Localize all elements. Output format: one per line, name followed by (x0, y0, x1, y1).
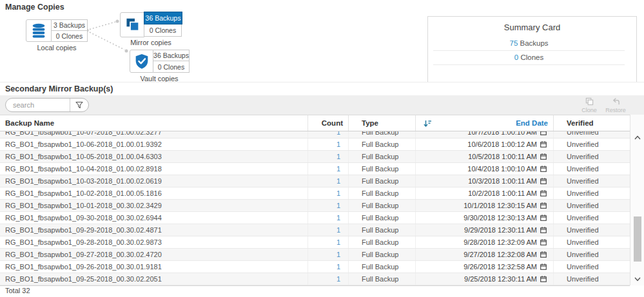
table-row[interactable]: RG_BO1_fbsapwbo1_09-26-2018_00.30.01.918… (0, 261, 630, 273)
restore-icon (603, 97, 628, 106)
local-copies-node[interactable]: 3 Backups 0 Clones (26, 19, 88, 42)
cell-count-link[interactable]: 1 (307, 175, 348, 187)
table-row[interactable]: RG_BO1_fbsapwbo1_10-07-2018_01.00.02.327… (0, 131, 630, 139)
vault-backups-cell[interactable]: 36 Backups (153, 50, 190, 61)
vault-clones-cell[interactable]: 0 Clones (153, 61, 190, 73)
mirror-backups-cell-selected[interactable]: 36 Backups (144, 12, 182, 24)
clone-icon (577, 97, 601, 106)
summary-backups-label: Backups (520, 39, 549, 47)
cell-end-date-text: 9/26/2018 12:32:58 AM (463, 263, 537, 271)
cell-end-date: 9/29/2018 12:30:11 AM (415, 224, 553, 236)
table-row[interactable]: RG_BO1_fbsapwbo1_09-29-2018_00.30.02.487… (0, 224, 630, 236)
table-row[interactable]: RG_BO1_fbsapwbo1_10-04-2018_01.00.02.891… (0, 163, 630, 175)
mirror-copies-node[interactable]: 36 Backups 0 Clones (120, 12, 182, 37)
cell-count-link[interactable]: 1 (307, 163, 348, 175)
summary-clones-label: Clones (520, 53, 543, 61)
cell-count-link[interactable]: 1 (307, 187, 348, 199)
cell-type: Full Backup (348, 224, 415, 236)
column-header-end-date-label: End Date (432, 119, 548, 127)
cell-end-date-text: 10/3/2018 1:00:11 AM (468, 177, 537, 185)
total-count: Total 32 (5, 287, 30, 294)
summary-clones-row: 0 Clones (433, 51, 625, 65)
scroll-down-button[interactable] (633, 274, 642, 283)
cell-count-link[interactable]: 1 (307, 224, 348, 236)
cell-count-link[interactable]: 1 (307, 200, 348, 211)
mirror-clones-cell[interactable]: 0 Clones (144, 24, 182, 37)
table-row[interactable]: RG_BO1_fbsapwbo1_10-03-2018_01.00.02.061… (0, 175, 630, 187)
sort-descending-icon (424, 119, 432, 128)
filter-button[interactable] (70, 99, 88, 111)
database-icon (26, 19, 52, 42)
cell-count-link[interactable]: 1 (307, 139, 348, 150)
chevron-down-icon (634, 276, 641, 282)
table-toolbar: Clone Restore (0, 95, 644, 115)
table-row[interactable]: RG_BO1_fbsapwbo1_10-05-2018_01.00.04.630… (0, 151, 630, 163)
cell-type: Full Backup (348, 175, 415, 187)
calendar-icon (540, 202, 547, 209)
cell-end-date-text: 9/27/2018 12:32:08 AM (463, 251, 537, 258)
clone-button[interactable]: Clone (577, 97, 601, 113)
cell-backup-name: RG_BO1_fbsapwbo1_10-01-2018_00.30.02.342… (0, 200, 307, 211)
table-row[interactable]: RG_BO1_fbsapwbo1_09-25-2018_00.30.02.205… (0, 273, 630, 285)
cell-end-date: 10/3/2018 1:00:11 AM (415, 175, 553, 187)
cell-count-link[interactable]: 1 (307, 131, 348, 138)
summary-backups-value: 75 (510, 39, 518, 47)
table-row[interactable]: RG_BO1_fbsapwbo1_10-06-2018_01.00.01.939… (0, 139, 630, 151)
table-rows: RG_BO1_fbsapwbo1_10-07-2018_01.00.02.327… (0, 131, 630, 285)
search-pill (5, 98, 89, 112)
cell-count-link[interactable]: 1 (307, 261, 348, 273)
cell-type: Full Backup (348, 212, 415, 224)
local-copies-label: Local copies (26, 44, 88, 52)
copy-icon (120, 12, 144, 37)
cell-end-date-text: 10/4/2018 1:00:10 AM (467, 165, 537, 173)
local-clones-cell[interactable]: 0 Clones (52, 31, 88, 43)
table-row[interactable]: RG_BO1_fbsapwbo1_09-30-2018_00.30.02.694… (0, 212, 630, 224)
cell-count-link[interactable]: 1 (307, 236, 348, 248)
calendar-icon (540, 239, 547, 245)
cell-end-date: 10/1/2018 12:30:15 AM (415, 200, 553, 211)
cell-end-date-text: 10/1/2018 12:30:15 AM (463, 202, 537, 209)
cell-verified: Unverified (553, 151, 630, 162)
cell-end-date: 10/6/2018 1:00:12 AM (415, 139, 553, 150)
scroll-up-button[interactable] (633, 133, 642, 142)
cell-count-link[interactable]: 1 (307, 249, 348, 260)
table-body-viewport: RG_BO1_fbsapwbo1_10-07-2018_01.00.02.327… (0, 131, 630, 285)
column-header-verified[interactable]: Verified (553, 115, 630, 131)
search-input[interactable] (6, 101, 70, 109)
cell-end-date-text: 10/5/2018 1:00:11 AM (468, 153, 537, 160)
cell-backup-name: RG_BO1_fbsapwbo1_10-06-2018_01.00.01.939… (0, 139, 307, 150)
local-backups-cell[interactable]: 3 Backups (52, 19, 88, 31)
cell-count-link[interactable]: 1 (307, 151, 348, 162)
section-title: Secondary Mirror Backup(s) (5, 84, 113, 93)
column-header-type[interactable]: Type (348, 115, 415, 131)
column-header-backup-name[interactable]: Backup Name (0, 115, 307, 131)
vault-copies-node[interactable]: 36 Backups 0 Clones (130, 50, 190, 73)
table-row[interactable]: RG_BO1_fbsapwbo1_09-28-2018_00.30.02.987… (0, 236, 630, 249)
calendar-icon (540, 178, 547, 184)
cell-end-date: 10/5/2018 1:00:11 AM (415, 151, 553, 162)
cell-backup-name: RG_BO1_fbsapwbo1_10-07-2018_01.00.02.327… (0, 131, 307, 138)
table-row[interactable]: RG_BO1_fbsapwbo1_09-27-2018_00.30.02.472… (0, 249, 630, 261)
cell-type: Full Backup (348, 163, 415, 175)
cell-end-date-text: 9/28/2018 12:32:09 AM (463, 238, 537, 246)
calendar-icon (540, 141, 547, 148)
page-title: Manage Copies (5, 3, 64, 12)
cell-verified: Unverified (553, 187, 630, 199)
cell-verified: Unverified (553, 139, 630, 150)
cell-end-date: 10/2/2018 1:00:11 AM (415, 187, 553, 199)
cell-count-link[interactable]: 1 (307, 273, 348, 285)
cell-type: Full Backup (348, 200, 415, 211)
cell-backup-name: RG_BO1_fbsapwbo1_09-25-2018_00.30.02.205… (0, 273, 307, 285)
table-row[interactable]: RG_BO1_fbsapwbo1_10-02-2018_01.00.05.181… (0, 187, 630, 200)
cell-verified: Unverified (553, 200, 630, 211)
column-header-end-date[interactable]: End Date (415, 115, 553, 131)
cell-type: Full Backup (348, 131, 415, 138)
restore-button[interactable]: Restore (603, 97, 628, 113)
cell-count-link[interactable]: 1 (307, 212, 348, 224)
cell-end-date: 9/25/2018 12:30:11 AM (415, 273, 553, 285)
calendar-icon (540, 227, 547, 233)
cell-end-date-text: 10/6/2018 1:00:12 AM (467, 140, 537, 148)
column-header-count[interactable]: Count (307, 115, 348, 131)
scrollbar-thumb[interactable] (634, 216, 641, 262)
table-row[interactable]: RG_BO1_fbsapwbo1_10-01-2018_00.30.02.342… (0, 200, 630, 212)
